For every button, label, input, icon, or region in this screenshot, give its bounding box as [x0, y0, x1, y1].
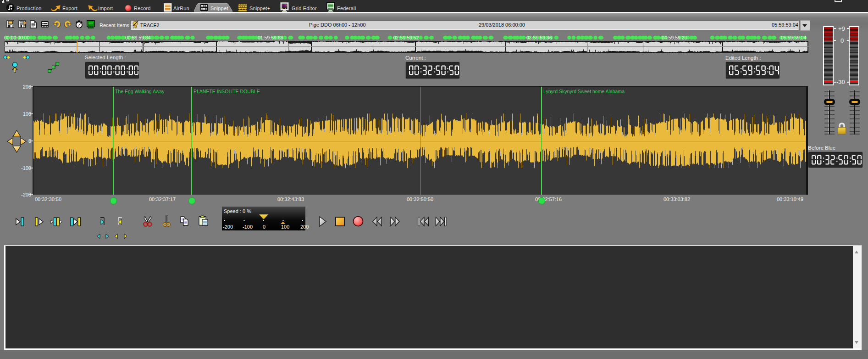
svg-text:?: ?	[22, 20, 27, 28]
